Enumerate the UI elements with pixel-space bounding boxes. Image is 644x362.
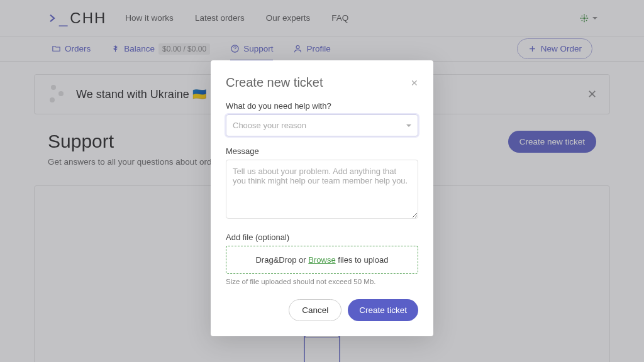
cancel-button[interactable]: Cancel [289, 299, 341, 321]
reason-placeholder: Choose your reason [233, 121, 306, 130]
message-textarea[interactable] [226, 160, 418, 219]
reason-label: What do you need help with? [226, 101, 418, 111]
submit-button[interactable]: Create ticket [348, 299, 418, 321]
file-label: Add file (optional) [226, 233, 418, 242]
file-size-hint: Size of file uploaded should not exceed … [226, 278, 418, 285]
close-icon[interactable]: ✕ [411, 78, 418, 88]
message-label: Message [226, 146, 418, 156]
create-ticket-modal: Create new ticket ✕ What do you need hel… [211, 60, 433, 336]
browse-link[interactable]: Browse [308, 255, 335, 265]
modal-overlay[interactable]: Create new ticket ✕ What do you need hel… [0, 0, 644, 362]
file-dropzone[interactable]: Drag&Drop or Browse files to upload [226, 246, 418, 274]
reason-select[interactable]: Choose your reason [226, 114, 418, 136]
modal-title: Create new ticket [226, 75, 323, 90]
